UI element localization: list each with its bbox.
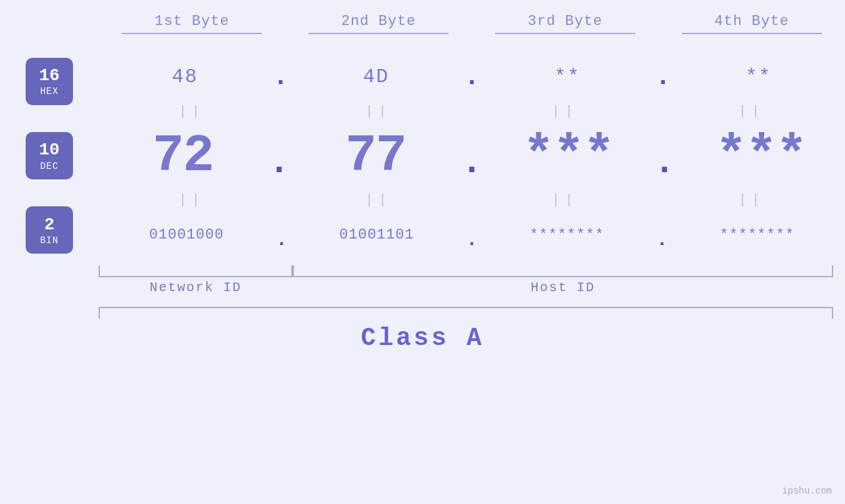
hex-byte2: 4D — [363, 66, 389, 88]
byte-headers: 1st Byte 2nd Byte 3rd Byte 4th Byte — [0, 13, 845, 30]
dec-byte2: 77 — [345, 126, 406, 186]
bracket-4 — [658, 33, 845, 34]
dec-badge-label: DEC — [40, 161, 59, 172]
byte2-header: 2nd Byte — [285, 13, 472, 30]
byte3-header: 3rd Byte — [472, 13, 659, 30]
hex-byte4: ** — [746, 66, 772, 88]
dot-bin-3: . — [656, 229, 668, 258]
dec-badge: 10 DEC — [26, 132, 73, 179]
dot-bin-2: . — [466, 229, 477, 258]
bottom-brackets-row — [0, 265, 845, 277]
dec-row: 72 . 77 . *** . *** — [99, 123, 845, 189]
eq5: || — [99, 193, 285, 208]
hex-byte3-cell: ** — [481, 66, 654, 88]
eq6: || — [285, 193, 472, 208]
dec-byte2-cell: 77 — [291, 126, 460, 186]
dec-byte3: *** — [523, 126, 614, 186]
dot-bin-1: . — [276, 229, 287, 258]
eq2: || — [285, 104, 472, 119]
main-container: 1st Byte 2nd Byte 3rd Byte 4th Byte 16 H… — [0, 0, 845, 504]
class-label: Class A — [361, 324, 485, 352]
eq1: || — [99, 104, 285, 119]
eq3: || — [472, 104, 659, 119]
sep-hex-dec: || || || || — [99, 100, 845, 123]
bracket-line-4 — [682, 33, 822, 34]
host-bracket — [293, 265, 833, 277]
bin-badge-label: BIN — [40, 235, 59, 246]
bracket-line-3 — [495, 33, 635, 34]
bin-byte2-cell: 01001101 — [289, 227, 464, 243]
bin-badge: 2 BIN — [26, 206, 73, 254]
big-bracket — [99, 307, 833, 319]
bin-byte1-cell: 01001000 — [99, 227, 274, 243]
byte4-header: 4th Byte — [658, 13, 845, 30]
dot-hex-3: . — [655, 62, 671, 100]
content-area: 16 HEX 10 DEC 2 BIN 48 . 4D — [0, 47, 845, 264]
bracket-2 — [285, 33, 472, 34]
eq7: || — [472, 193, 659, 208]
hex-badge: 16 HEX — [26, 58, 73, 105]
bin-byte3-cell: ******** — [479, 227, 655, 243]
eq4: || — [658, 104, 845, 119]
dec-byte1-cell: 72 — [99, 126, 267, 186]
top-brackets — [0, 33, 845, 34]
id-labels-row: Network ID Host ID — [0, 280, 845, 295]
dec-badge-number: 10 — [39, 140, 59, 160]
dec-byte4: *** — [715, 126, 806, 186]
bracket-3 — [472, 33, 659, 34]
hex-byte1-cell: 48 — [99, 66, 272, 88]
host-id-label: Host ID — [293, 280, 833, 295]
hex-row: 48 . 4D . ** . ** — [99, 54, 845, 100]
hex-badge-label: HEX — [40, 86, 59, 97]
bin-byte3: ******** — [529, 227, 604, 243]
bin-byte1: 01001000 — [149, 227, 224, 243]
bin-byte4: ******** — [720, 227, 795, 243]
network-id-label: Network ID — [99, 280, 293, 295]
bin-row: 01001000 . 01001101 . ******** . *******… — [99, 212, 845, 258]
dot-hex-2: . — [464, 62, 479, 100]
bracket-line-1 — [122, 33, 262, 34]
dec-byte4-cell: *** — [677, 126, 845, 186]
badges-column: 16 HEX 10 DEC 2 BIN — [0, 47, 99, 264]
watermark: ipshu.com — [782, 486, 832, 496]
hex-byte2-cell: 4D — [290, 66, 463, 88]
bin-badge-number: 2 — [44, 215, 55, 235]
dec-byte1: 72 — [153, 126, 213, 186]
bin-byte4-cell: ******** — [669, 227, 845, 243]
dot-dec-3: . — [654, 142, 675, 189]
big-bracket-row — [0, 307, 845, 319]
sep-dec-bin: || || || || — [99, 189, 845, 212]
class-row: Class A — [0, 324, 845, 352]
hex-badge-number: 16 — [39, 66, 59, 86]
eq8: || — [658, 193, 845, 208]
dot-dec-2: . — [461, 142, 483, 189]
bracket-1 — [99, 33, 285, 34]
dot-dec-1: . — [268, 142, 290, 189]
bin-byte2: 01001101 — [339, 227, 414, 243]
hex-byte1: 48 — [172, 66, 198, 88]
bracket-line-2 — [308, 33, 448, 34]
dot-hex-1: . — [273, 62, 289, 100]
hex-byte4-cell: ** — [672, 66, 845, 88]
hex-byte3: ** — [554, 66, 581, 88]
dec-byte3-cell: *** — [484, 126, 652, 186]
byte1-header: 1st Byte — [99, 13, 285, 30]
network-bracket — [99, 265, 293, 277]
bytes-area: 48 . 4D . ** . ** || || || || — [99, 47, 845, 264]
